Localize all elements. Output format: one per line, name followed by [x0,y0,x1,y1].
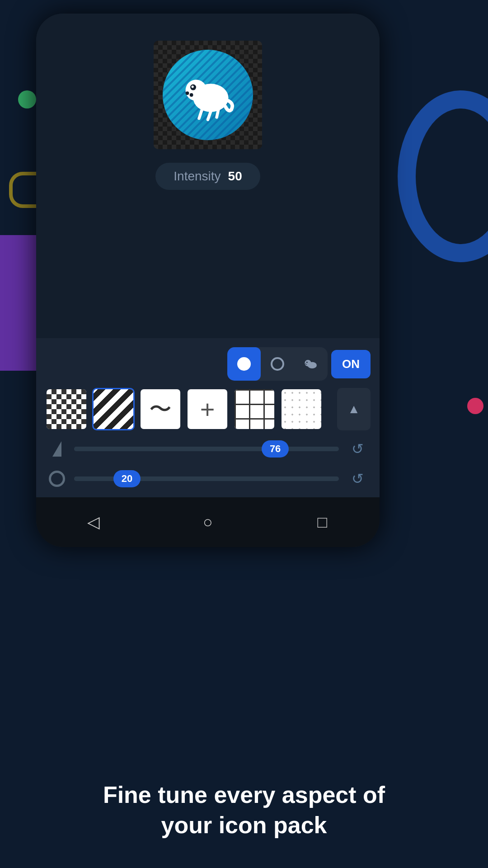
pattern-diagonal[interactable] [92,388,135,430]
app-icon-circle [163,50,253,140]
preview-area: Intensity 50 [36,14,380,199]
pattern-checker[interactable] [45,388,88,430]
checker-pattern [47,389,86,429]
slider-opacity-reset[interactable]: ↺ [346,438,369,460]
slider-opacity-value: 76 [262,440,289,458]
tagline: Fine tune every aspect of your icon pack [0,780,488,841]
toggle-solid-circle[interactable] [227,347,261,381]
toggle-chameleon[interactable] [294,347,328,381]
slider-opacity-track[interactable]: 76 [74,447,339,451]
svg-line-7 [208,111,211,119]
slider-size-fill: 20 [74,476,127,481]
wave-pattern: 〜 [141,389,180,429]
svg-point-12 [305,363,306,364]
pattern-plus[interactable]: + [186,388,229,430]
slider-size-icon [47,469,67,489]
slider-size-row: 20 ↺ [45,467,371,490]
mini-chameleon-icon [303,356,319,372]
slider-opacity-fill: 76 [74,447,275,451]
expand-up-icon: ▲ [347,402,360,416]
chameleon-svg [178,66,237,124]
bottom-panel: ON 〜 + [36,338,380,497]
spacer [36,199,380,338]
bg-decoration-dot-red [467,398,483,414]
pattern-expand-button[interactable]: ▲ [337,388,371,430]
svg-line-6 [199,110,202,119]
tagline-line2: your icon pack [161,812,327,838]
intensity-badge: Intensity 50 [155,163,260,190]
circle-outline-icon [49,471,65,487]
reset-icon-2: ↺ [352,470,364,487]
svg-point-11 [306,362,308,363]
icon-preview-box [154,41,262,149]
phone-frame: Intensity 50 [36,14,380,547]
dots-pattern [282,389,321,429]
svg-point-5 [190,93,193,97]
nav-back-button[interactable]: ◁ [78,506,109,538]
bg-decoration-dot-green [18,90,36,108]
intensity-label: Intensity [174,169,221,184]
bg-decoration-hook [9,172,36,208]
toggle-group [227,347,328,381]
nav-home-button[interactable]: ○ [192,506,224,538]
intensity-value: 50 [228,169,242,184]
diagonal-pattern [94,389,133,429]
slider-size-value: 20 [113,470,141,487]
svg-point-4 [186,91,189,95]
pattern-grid[interactable] [233,388,276,430]
svg-point-13 [306,364,307,365]
slider-size-track[interactable]: 20 [74,476,339,481]
plus-pattern: + [188,389,227,429]
pattern-dots[interactable] [280,388,323,430]
svg-line-8 [217,110,219,118]
solid-circle-icon [237,357,251,371]
navigation-bar: ◁ ○ □ [36,497,380,547]
slider-opacity-icon [47,439,67,459]
bg-decoration-purple [0,235,36,371]
pattern-wave[interactable]: 〜 [139,388,182,430]
tagline-line1: Fine tune every aspect of [103,782,385,808]
bg-decoration-circle [398,90,488,262]
toggle-row: ON [45,347,371,381]
pattern-row: 〜 + ▲ [45,388,371,430]
reset-icon: ↺ [352,440,364,458]
outline-circle-icon [271,357,284,371]
toggle-outline-circle[interactable] [261,347,294,381]
grid-pattern [235,389,274,429]
triangle-icon [52,441,61,457]
screen: Intensity 50 [36,14,380,547]
nav-recents-button[interactable]: □ [306,506,338,538]
svg-point-10 [308,362,317,368]
svg-point-3 [192,85,194,88]
svg-point-1 [186,80,207,101]
slider-size-reset[interactable]: ↺ [346,467,369,490]
on-button[interactable]: ON [331,350,371,378]
slider-opacity-row: 76 ↺ [45,438,371,460]
